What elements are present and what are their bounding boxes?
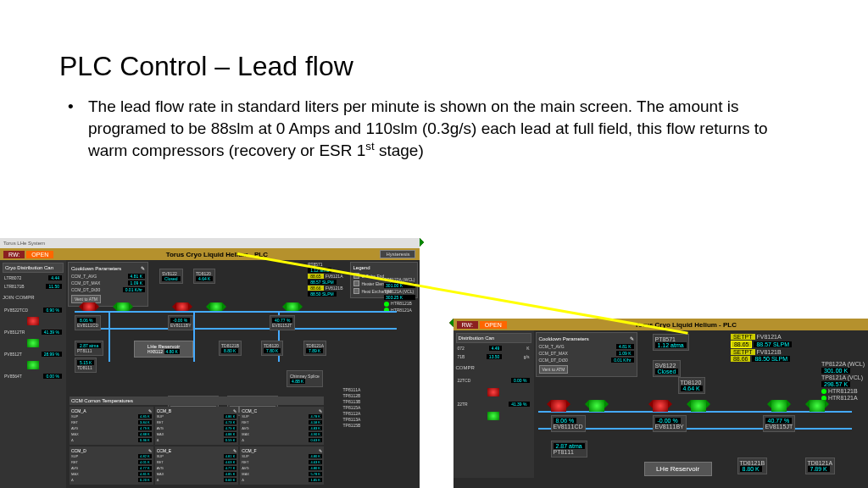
open-badge: OPEN [480, 321, 507, 329]
sidebar: Cryo Distribution Can LTR80724.44 LTR817… [0, 260, 66, 488]
status-dot-icon [384, 302, 389, 307]
highlighted-value: 88.65 [731, 341, 753, 348]
slide-title: PLC Control – Lead flow [59, 51, 834, 82]
main-diagram: Cooldown Parameters CCM_T_AVG4.81 K CCM_… [66, 260, 420, 488]
screenshot-zoom: RW:OPEN Torus Cryo Liquid Helium - PLC D… [453, 319, 869, 488]
rw-badge: RW: [457, 321, 478, 329]
valve-icon[interactable] [117, 302, 129, 311]
rw-badge: RW: [3, 251, 25, 258]
valve-icon[interactable] [176, 302, 188, 311]
sidebar-caption: Cryo Distribution Can [3, 263, 64, 273]
cooldown-panel: Cooldown Parameters CCM_T_AVG4.81 K CCM_… [68, 262, 148, 307]
valve-icon[interactable] [83, 302, 95, 311]
hysteresis-button[interactable]: Hysteresis [380, 250, 415, 258]
vent-button[interactable]: Vent to ATM [539, 365, 569, 374]
lhe-reservoir: LHe Reservoir HX8112 4.80 K [134, 341, 193, 358]
ccm-temps: CCM Comon Temperatures CCM_ASUP4.85 KRET… [70, 396, 324, 485]
valve-icon[interactable] [287, 302, 298, 311]
window-titlebar: Torus LHe System [0, 238, 420, 248]
chimney-splice: Chimney Splice4.88 K [287, 370, 323, 387]
bullet-text: The lead flow rate in standard liters pe… [68, 96, 775, 162]
open-badge: OPEN [26, 251, 53, 258]
valve-icon[interactable] [210, 302, 222, 311]
